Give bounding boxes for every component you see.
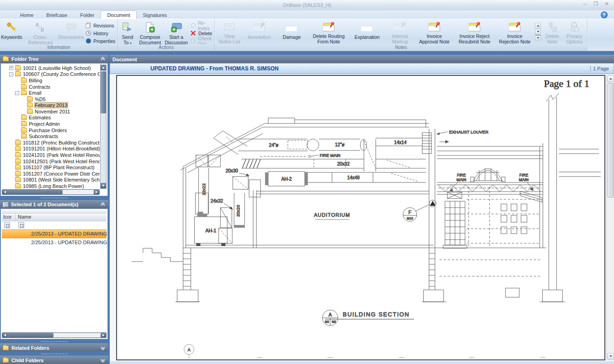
scroll-more-icon[interactable] [535, 35, 541, 40]
explanation-note-button[interactable]: Explanation [349, 20, 385, 45]
document-tab-title[interactable]: UPDATED DRAWING - From THOMAS R. SIMSON [150, 65, 278, 72]
tree-item[interactable]: 1051207 (Conoco Power Distr Center) [2, 171, 100, 177]
documents-list: Icor Name 2/25/2013 - UPDATED DRAWING - … [0, 209, 108, 340]
check-out-button[interactable]: Check Out [190, 37, 212, 44]
scroll-up-icon[interactable] [535, 23, 541, 28]
tree-horizontal-scrollbar[interactable] [2, 189, 100, 195]
tree-item-label: Contracts [29, 84, 50, 90]
related-folders-header[interactable]: Related Folders [0, 343, 108, 352]
panel-splitter[interactable] [0, 339, 108, 343]
name-column-header[interactable]: Name [16, 214, 107, 221]
tree-item[interactable]: 1051107 (BP Plant Reconstruct) [2, 164, 100, 171]
compose-document-button[interactable]: Compose Document [136, 20, 164, 45]
drawing-page[interactable]: Page 1 of 1 [116, 75, 605, 360]
tree-expander[interactable]: - [9, 72, 13, 76]
tree-item[interactable]: 101812 (ProInc Building Construction) [2, 139, 100, 146]
documents-horizontal-scrollbar[interactable] [2, 332, 107, 338]
privacy-options-button[interactable]: Privacy Options [563, 20, 586, 45]
internal-markup-button[interactable]: Internal Markup [385, 20, 415, 45]
restore-icon[interactable]: ❐ [592, 1, 599, 7]
keywords-button[interactable]: Keywords [1, 20, 22, 45]
tree-item[interactable]: November 2011 [2, 108, 100, 115]
minimize-icon[interactable]: – [581, 1, 588, 7]
collapse-chevron-icon[interactable] [100, 57, 106, 61]
tree-expander[interactable]: - [15, 91, 19, 95]
damage-note-button[interactable]: Damage [275, 20, 308, 45]
tree-item[interactable]: %D5 [2, 96, 100, 102]
cross-references-button[interactable]: A B Cross-References [22, 20, 59, 45]
tree-item-label: Project Admin [29, 121, 60, 127]
send-to-button[interactable]: Send To ▾ [119, 20, 136, 45]
revisions-button[interactable]: Revisions [85, 22, 115, 29]
tab-folder[interactable]: Folder [74, 11, 101, 19]
re-index-button[interactable]: Re-Index [190, 22, 212, 29]
properties-button[interactable]: i Properties [85, 37, 115, 44]
tree-item[interactable]: Purchase Orders [2, 127, 100, 134]
tree-scroll-thumb[interactable] [101, 71, 106, 113]
tree-item[interactable]: Estimates [2, 115, 100, 121]
scroll-left-icon[interactable] [2, 190, 8, 194]
folder-tree-header[interactable]: Folder Tree [0, 55, 108, 63]
documents-hscroll-thumb[interactable] [8, 333, 53, 337]
tree-item[interactable]: 10985 (Long Beach Power) [2, 183, 100, 189]
tree-item[interactable]: +10021 (Louisville High School) [2, 65, 100, 71]
tab-signatures[interactable]: Signatures [137, 11, 174, 19]
discussions-button[interactable]: Discussions [59, 20, 84, 45]
scroll-down-icon[interactable] [607, 353, 614, 360]
tree-hscroll-thumb[interactable] [8, 190, 63, 194]
tree-item[interactable]: 10191201 (Hilton Hotel-Brookfield) [2, 146, 100, 152]
invoice-rejection-note-button[interactable]: Invoice Rejection Note [496, 20, 534, 45]
documents-panel-header[interactable]: Selected 1 of 2 Document(s) [0, 200, 108, 209]
close-icon[interactable]: ✕ [603, 1, 610, 7]
tree-item[interactable]: -100607 (County Zoo Conference Ctr) [2, 71, 100, 78]
collapse-chevron-icon[interactable] [100, 202, 106, 207]
start-discussion-label: Start a Discussion [165, 34, 188, 45]
tab-briefcase[interactable]: Briefcase [40, 11, 74, 19]
filter-box-icon[interactable] [4, 222, 10, 228]
delete-note-icon [547, 21, 558, 32]
invoice-reject-resubmit-note-button[interactable]: Invoice Reject Resubmit Note [454, 20, 496, 45]
scroll-right-icon[interactable] [94, 190, 99, 194]
tree-item[interactable]: 10241201 (Park West Hotel Renovation) [2, 152, 100, 158]
tree-item[interactable]: Contracts [2, 84, 100, 90]
child-folders-header[interactable]: Child Folders [0, 356, 108, 364]
tree-item[interactable]: 102412501 (Park West Hotel Renovation) [2, 158, 100, 165]
svg-text:F: F [408, 209, 411, 215]
view-notes-list-icon [224, 21, 235, 32]
scroll-right-icon[interactable] [101, 333, 106, 337]
scroll-up-icon[interactable] [607, 75, 614, 82]
document-row-selected[interactable]: 2/25/2013 - UPDATED DRAWING - From THOMA… [2, 230, 107, 238]
help-icon[interactable]: ? [601, 11, 608, 18]
viewer-vertical-scrollbar[interactable] [606, 75, 614, 360]
scroll-left-icon[interactable] [2, 333, 8, 337]
tree-expander[interactable]: + [9, 66, 13, 70]
scroll-down-icon[interactable] [101, 183, 106, 188]
filter-box-icon[interactable] [18, 222, 24, 228]
scroll-down-icon[interactable] [535, 29, 541, 34]
tab-home[interactable]: Home [14, 11, 40, 19]
document-row[interactable]: 2/25/2013 - UPDATED DRAWING - From THOMA… [2, 238, 107, 247]
delete-routing-form-note-button[interactable]: Delete Routing Form Note [308, 20, 349, 45]
tree-item[interactable]: Billing [2, 77, 100, 84]
icon-column-header[interactable]: Icor [2, 214, 16, 221]
expand-chevron-icon[interactable] [100, 358, 106, 363]
tree-item-selected[interactable]: February 2013 [2, 102, 100, 108]
viewer-scroll-thumb[interactable] [607, 83, 614, 198]
tree-item[interactable]: Subcontracts [2, 133, 100, 139]
tree-item[interactable]: -Email [2, 90, 100, 96]
history-button[interactable]: History [85, 30, 115, 37]
tab-document[interactable]: Document [101, 11, 136, 19]
invoice-approval-note-button[interactable]: Invoice Approval Note [415, 20, 454, 45]
expand-chevron-icon[interactable] [100, 346, 106, 350]
delete-note-button[interactable]: Delete Note [542, 20, 563, 45]
panel-splitter[interactable] [0, 196, 108, 200]
panel-splitter[interactable] [0, 352, 108, 356]
start-discussion-button[interactable]: Start a Discussion [164, 20, 188, 45]
svg-text:AH-1: AH-1 [205, 228, 216, 233]
tree-vertical-scrollbar[interactable] [100, 64, 107, 189]
scroll-up-icon[interactable] [101, 65, 106, 70]
tree-item[interactable]: 10801 (West Side Elementary School) [2, 177, 100, 183]
tree-item[interactable]: Project Admin [2, 121, 100, 127]
annotation-button[interactable]: Annotation [243, 20, 275, 45]
view-notes-list-button[interactable]: View Notes List [216, 20, 243, 45]
